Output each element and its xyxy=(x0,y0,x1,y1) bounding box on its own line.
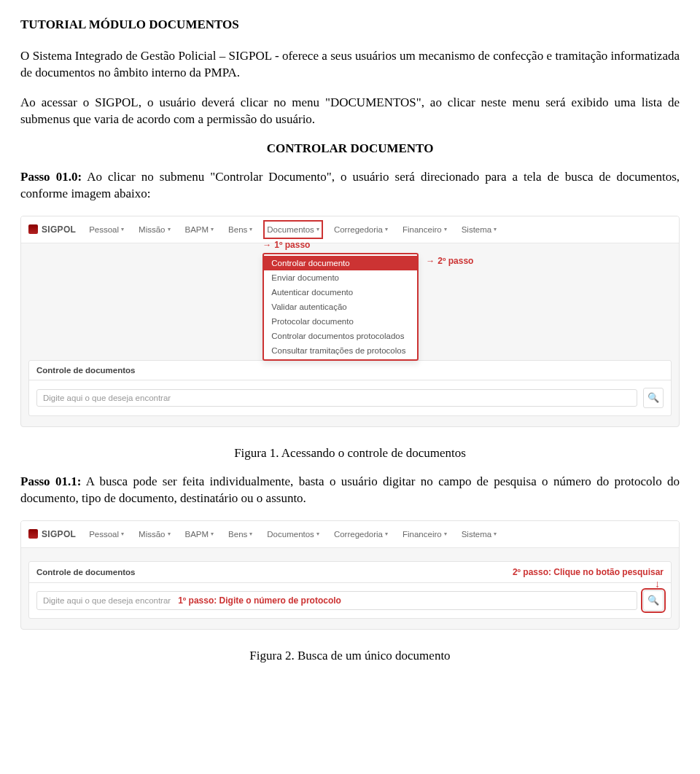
chevron-down-icon: ▾ xyxy=(168,226,171,232)
arrow-down-icon: ↓ xyxy=(655,578,660,590)
nav-corregedoria[interactable]: Corregedoria▾ xyxy=(332,222,389,237)
app-brand[interactable]: SIGPOL xyxy=(28,224,76,235)
chevron-down-icon: ▾ xyxy=(444,531,447,537)
dd-protocolar-documento[interactable]: Protocolar documento xyxy=(264,314,417,329)
brand-icon xyxy=(28,224,38,234)
nav-bapm[interactable]: BAPM▾ xyxy=(184,527,216,542)
chevron-down-icon: ▾ xyxy=(121,531,124,537)
dd-controlar-documento[interactable]: Controlar documento xyxy=(264,256,417,270)
app-navbar: SIGPOL Pessoal▾ Missão▾ BAPM▾ Bens▾ Docu… xyxy=(21,216,679,243)
search-button[interactable]: 🔍 xyxy=(643,388,664,408)
nav-pessoal[interactable]: Pessoal▾ xyxy=(88,222,125,237)
chevron-down-icon: ▾ xyxy=(211,531,214,537)
dd-enviar-documento[interactable]: Enviar documento xyxy=(264,270,417,285)
chevron-down-icon: ▾ xyxy=(168,531,171,537)
step-label: Passo 01.0: xyxy=(20,170,82,184)
annotation-step1-input: 1º passo: Digite o número de protocolo xyxy=(178,595,341,606)
step-text: A busca pode ser feita individualmente, … xyxy=(20,474,680,505)
chevron-down-icon: ▾ xyxy=(316,531,319,537)
panel-controle-documentos: Controle de documentos Digite aqui o que… xyxy=(28,360,672,416)
documentos-dropdown: Controlar documento Enviar documento Aut… xyxy=(262,253,419,361)
chevron-down-icon: ▾ xyxy=(249,226,252,232)
section-heading: CONTROLAR DOCUMENTO xyxy=(20,141,680,156)
chevron-down-icon: ▾ xyxy=(385,226,388,232)
dd-controlar-protocolados[interactable]: Controlar documentos protocolados xyxy=(264,329,417,343)
intro-paragraph-2: Ao acessar o SIGPOL, o usuário deverá cl… xyxy=(20,95,680,128)
nav-documentos[interactable]: Documentos▾ xyxy=(265,222,321,237)
search-placeholder: Digite aqui o que deseja encontrar xyxy=(43,596,171,605)
brand-icon xyxy=(28,529,38,539)
panel-title: Controle de documentos xyxy=(29,361,671,380)
nav-bens[interactable]: Bens▾ xyxy=(227,527,254,542)
nav-corregedoria[interactable]: Corregedoria▾ xyxy=(332,527,389,542)
step-label: Passo 01.1: xyxy=(20,474,81,488)
nav-financeiro[interactable]: Financeiro▾ xyxy=(401,527,448,542)
chevron-down-icon: ▾ xyxy=(444,226,447,232)
app-brand[interactable]: SIGPOL xyxy=(28,529,76,539)
nav-missao[interactable]: Missão▾ xyxy=(137,222,171,237)
brand-label: SIGPOL xyxy=(42,529,76,539)
annotation-step1: 1º passo xyxy=(262,240,310,250)
search-icon: 🔍 xyxy=(648,392,659,403)
nav-sistema[interactable]: Sistema▾ xyxy=(460,527,499,542)
nav-bapm[interactable]: BAPM▾ xyxy=(184,222,216,237)
screenshot-figure-1: SIGPOL Pessoal▾ Missão▾ BAPM▾ Bens▾ Docu… xyxy=(20,216,680,427)
dd-consultar-tramitacoes[interactable]: Consultar tramitações de protocolos xyxy=(264,343,417,358)
app-navbar: SIGPOL Pessoal▾ Missão▾ BAPM▾ Bens▾ Docu… xyxy=(21,521,679,548)
chevron-down-icon: ▾ xyxy=(121,226,124,232)
nav-pessoal[interactable]: Pessoal▾ xyxy=(88,527,125,542)
brand-label: SIGPOL xyxy=(42,224,76,235)
search-input[interactable]: Digite aqui o que deseja encontrar 1º pa… xyxy=(36,591,637,610)
dd-autenticar-documento[interactable]: Autenticar documento xyxy=(264,285,417,300)
search-placeholder: Digite aqui o que deseja encontrar xyxy=(43,394,171,402)
nav-missao[interactable]: Missão▾ xyxy=(137,527,171,542)
figure-2-caption: Figura 2. Busca de um único documento xyxy=(20,649,680,663)
nav-financeiro[interactable]: Financeiro▾ xyxy=(401,222,448,237)
search-icon: 🔍 xyxy=(648,595,659,606)
search-input[interactable]: Digite aqui o que deseja encontrar xyxy=(36,389,637,407)
chevron-down-icon: ▾ xyxy=(211,226,214,232)
step-text: Ao clicar no submenu "Controlar Document… xyxy=(20,170,680,200)
figure-1-caption: Figura 1. Acessando o controle de docume… xyxy=(20,446,680,461)
nav-bens[interactable]: Bens▾ xyxy=(227,222,254,237)
nav-documentos[interactable]: Documentos▾ xyxy=(265,527,321,542)
panel-title: Controle de documentos 2º passo: Clique … xyxy=(29,562,671,583)
search-button[interactable]: 🔍 ↓ xyxy=(643,590,664,611)
chevron-down-icon: ▾ xyxy=(249,531,252,537)
page-title: TUTORIAL MÓDULO DOCUMENTOS xyxy=(20,17,680,32)
annotation-step2-btn: 2º passo: Clique no botão pesquisar xyxy=(513,567,664,577)
chevron-down-icon: ▾ xyxy=(316,226,319,232)
chevron-down-icon: ▾ xyxy=(494,226,497,232)
dd-validar-autenticacao[interactable]: Validar autenticação xyxy=(264,300,417,314)
nav-sistema[interactable]: Sistema▾ xyxy=(460,222,499,237)
screenshot-figure-2: SIGPOL Pessoal▾ Missão▾ BAPM▾ Bens▾ Docu… xyxy=(20,520,680,630)
step-01-0: Passo 01.0: Ao clicar no submenu "Contro… xyxy=(20,169,680,203)
annotation-step2: → 2º passo xyxy=(426,256,473,266)
chevron-down-icon: ▾ xyxy=(494,531,497,537)
panel-controle-documentos: Controle de documentos 2º passo: Clique … xyxy=(28,561,672,619)
step-01-1: Passo 01.1: A busca pode ser feita indiv… xyxy=(20,474,680,507)
chevron-down-icon: ▾ xyxy=(385,531,388,537)
intro-paragraph-1: O Sistema Integrado de Gestão Policial –… xyxy=(20,48,680,82)
